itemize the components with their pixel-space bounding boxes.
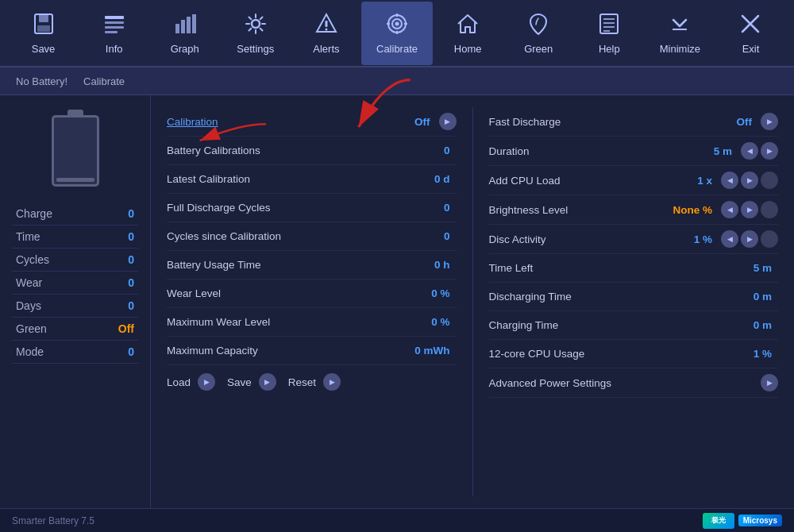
advanced-power-button[interactable]: [761, 374, 778, 391]
reset-button[interactable]: [323, 373, 341, 391]
brightness-right-button[interactable]: [741, 201, 758, 218]
info-icon: [102, 12, 126, 40]
calibrate-icon: [385, 12, 409, 40]
svg-rect-12: [325, 21, 327, 27]
row-advanced-power: Advanced Power Settings: [489, 368, 779, 398]
load-action[interactable]: Load: [167, 373, 215, 391]
cpu-load-label: Add CPU Load: [489, 175, 681, 187]
duration-right-button[interactable]: [761, 142, 778, 160]
cpu-load-right-button[interactable]: [741, 172, 758, 189]
jixia-logo: 极光: [703, 513, 734, 529]
disc-activity-left-button[interactable]: [721, 230, 738, 248]
svg-rect-1: [39, 14, 48, 22]
cpu-load-value: 1 x: [680, 175, 712, 187]
brightness-left-button[interactable]: [721, 201, 738, 218]
row-cycles-since: Cycles since Calibration 0: [167, 222, 457, 251]
toolbar-save[interactable]: Save: [8, 2, 79, 65]
calibration-play-button[interactable]: [439, 113, 457, 130]
wear-level-label: Wear Level: [167, 287, 418, 299]
alerts-icon: [314, 12, 338, 40]
calibration-value: Off: [399, 116, 430, 128]
toolbar-alerts[interactable]: Alerts: [291, 2, 361, 65]
toolbar-help-label: Help: [599, 43, 620, 55]
sidebar-stat-charge: Charge 0: [12, 202, 138, 226]
cpu-load-left-button[interactable]: [721, 172, 738, 189]
row-cpu-load: Add CPU Load 1 x: [489, 166, 779, 195]
toolbar-settings[interactable]: Settings: [220, 2, 291, 65]
row-latest-calibration: Latest Calibration 0 d: [167, 165, 457, 194]
sidebar-stat-charge-value: 0: [128, 207, 134, 220]
brightness-value: None %: [673, 204, 712, 216]
save-action[interactable]: Save: [227, 373, 276, 391]
cycles-since-value: 0: [418, 230, 450, 242]
load-button[interactable]: [198, 373, 215, 391]
toolbar-info[interactable]: Info: [79, 2, 149, 65]
duration-value: 5 m: [700, 145, 732, 157]
battery-fill: [56, 178, 94, 182]
row-battery-usage: Battery Usage Time 0 h: [167, 251, 457, 279]
disc-activity-right-button[interactable]: [741, 230, 758, 248]
latest-calibration-label: Latest Calibration: [167, 173, 418, 185]
right-panel: Fast Discharge Off Duration 5 m Add CPU …: [473, 107, 779, 496]
save-button[interactable]: [259, 373, 276, 391]
sidebar-stat-green: Green Off: [12, 318, 138, 341]
fast-discharge-value: Off: [720, 116, 752, 128]
sidebar-stat-time-value: 0: [128, 230, 134, 243]
main-layout: Charge 0 Time 0 Cycles 0 Wear 0 Days 0 G…: [0, 95, 794, 508]
svg-point-16: [395, 21, 399, 25]
max-capacity-label: Maximum Capacity: [167, 345, 414, 357]
full-discharge-value: 0: [418, 202, 450, 214]
max-wear-label: Maximum Wear Level: [167, 316, 418, 328]
toolbar-settings-label: Settings: [237, 43, 274, 55]
battery-icon: [52, 115, 99, 187]
disc-activity-value: 1 %: [680, 233, 712, 245]
toolbar-exit[interactable]: Exit: [715, 2, 786, 65]
calibration-label[interactable]: Calibration: [167, 116, 399, 128]
brightness-dot-button[interactable]: [761, 201, 778, 218]
cpu-usage-label: 12-core CPU Usage: [489, 348, 741, 360]
left-panel: Calibration Off Battery Calibrations 0 L…: [167, 107, 473, 496]
row-disc-activity: Disc Activity 1 %: [489, 225, 779, 254]
toolbar-graph[interactable]: Graph: [149, 2, 220, 65]
row-duration: Duration 5 m: [489, 137, 779, 166]
toolbar-green-label: Green: [524, 43, 553, 55]
toolbar-home[interactable]: Home: [433, 2, 503, 65]
sidebar-stat-wear-value: 0: [128, 276, 134, 289]
latest-calibration-value: 0 d: [418, 173, 450, 185]
save-icon: [32, 12, 56, 40]
charging-time-value: 0 m: [740, 319, 772, 331]
svg-point-11: [252, 20, 260, 28]
breadcrumb: No Battery! Calibrate: [0, 67, 794, 95]
discharging-time-value: 0 m: [740, 291, 772, 303]
graph-icon: [173, 12, 197, 40]
reset-action[interactable]: Reset: [288, 373, 341, 391]
max-wear-value: 0 %: [418, 316, 450, 328]
toolbar-alerts-label: Alerts: [313, 43, 339, 55]
microsys-logo: Microsys: [738, 515, 782, 526]
brightness-label: Brightness Level: [489, 204, 673, 216]
toolbar-calibrate[interactable]: Calibrate: [361, 2, 432, 65]
toolbar-calibrate-label: Calibrate: [376, 43, 418, 55]
exit-icon: [738, 12, 762, 40]
home-icon: [456, 12, 480, 40]
toolbar-save-label: Save: [32, 43, 56, 55]
save-label: Save: [227, 376, 252, 388]
svg-rect-5: [105, 26, 124, 29]
sidebar-stat-wear-label: Wear: [16, 276, 42, 289]
toolbar-help[interactable]: Help: [574, 2, 645, 65]
cpu-load-dot-button[interactable]: [761, 172, 778, 189]
toolbar-green[interactable]: Green: [503, 2, 574, 65]
row-max-wear: Maximum Wear Level 0 %: [167, 308, 457, 337]
sidebar-stat-days-label: Days: [16, 299, 41, 312]
fast-discharge-button[interactable]: [761, 113, 778, 130]
row-max-capacity: Maximum Capacity 0 mWh: [167, 337, 457, 365]
disc-activity-dot-button[interactable]: [761, 230, 778, 248]
row-calibration: Calibration Off: [167, 107, 457, 137]
row-charging-time: Charging Time 0 m: [489, 311, 779, 340]
sidebar-stat-cycles-value: 0: [128, 253, 134, 266]
toolbar-minimize[interactable]: Minimize: [645, 2, 715, 65]
battery-calibrations-value: 0: [418, 145, 450, 156]
fast-discharge-label: Fast Discharge: [489, 116, 721, 128]
duration-left-button[interactable]: [741, 142, 758, 160]
row-time-left: Time Left 5 m: [489, 254, 779, 283]
